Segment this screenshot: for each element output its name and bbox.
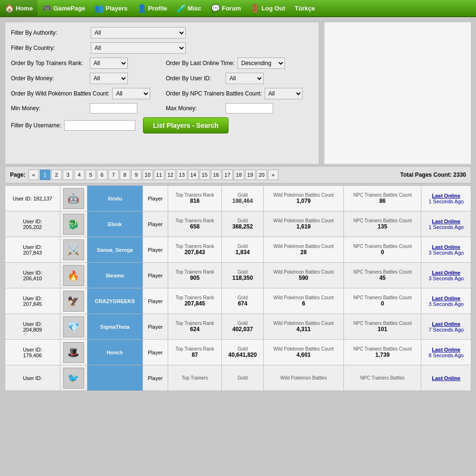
last-online-cell: Last Online3 Seconds Ago bbox=[421, 237, 471, 263]
last-online-select[interactable]: Descending bbox=[238, 57, 285, 69]
wild-battles-select[interactable]: All bbox=[112, 88, 150, 99]
gold-cell: Gold118,350 bbox=[222, 263, 264, 288]
avatar-cell: 🦅 bbox=[60, 288, 87, 314]
page-15[interactable]: 15 bbox=[200, 170, 210, 180]
page-4[interactable]: 4 bbox=[74, 170, 85, 180]
page-5[interactable]: 5 bbox=[86, 170, 96, 180]
total-pages: Total Pages Count: 2330 bbox=[400, 171, 466, 178]
page-14[interactable]: 14 bbox=[188, 170, 199, 180]
max-money-input[interactable] bbox=[226, 103, 273, 114]
players-icon: 👥 bbox=[95, 4, 104, 13]
nav-profile[interactable]: 👤Profile bbox=[133, 0, 172, 16]
last-online-link[interactable]: Last Online bbox=[432, 270, 460, 276]
page-6[interactable]: 6 bbox=[97, 170, 107, 180]
money-select[interactable]: All bbox=[90, 73, 128, 84]
username[interactable]: SigmaTheta bbox=[87, 314, 143, 340]
max-money-label: Max Money: bbox=[166, 105, 223, 112]
nav-logout[interactable]: 🚪Log Out bbox=[246, 0, 290, 16]
gold-cell: Gold674 bbox=[222, 288, 264, 314]
authority-select[interactable]: All bbox=[91, 27, 186, 38]
role: Player bbox=[143, 263, 168, 288]
profile-icon: 👤 bbox=[137, 4, 147, 13]
page-13[interactable]: 13 bbox=[177, 170, 187, 180]
nav-players[interactable]: 👥Players bbox=[90, 0, 132, 16]
last-online-link[interactable]: Last Online bbox=[432, 219, 460, 224]
last-online-link[interactable]: Last Online bbox=[432, 193, 460, 199]
wild-cell: Wild Pokémon Battles Count4,311 bbox=[264, 314, 344, 340]
page-prev[interactable]: « bbox=[29, 170, 39, 180]
page-17[interactable]: 17 bbox=[222, 170, 233, 180]
rank-cell: Top Trainers Rank816 bbox=[168, 186, 221, 211]
last-online-link[interactable]: Last Online bbox=[432, 375, 460, 381]
nav-language[interactable]: Türkçe bbox=[290, 0, 320, 16]
username[interactable]: Honch bbox=[87, 340, 143, 365]
search-button[interactable]: List Players - Search bbox=[143, 117, 228, 133]
username-input[interactable] bbox=[64, 120, 135, 131]
page-8[interactable]: 8 bbox=[120, 170, 130, 180]
page-3[interactable]: 3 bbox=[63, 170, 73, 180]
page-11[interactable]: 11 bbox=[154, 170, 164, 180]
page-7[interactable]: 7 bbox=[108, 170, 119, 180]
rank-cell: Top Trainers Rank207,845 bbox=[168, 288, 221, 314]
username[interactable]: Xindu bbox=[87, 186, 143, 211]
page-18[interactable]: 18 bbox=[234, 170, 244, 180]
page-16[interactable]: 16 bbox=[211, 170, 221, 180]
username[interactable]: CRAZYGREEKS bbox=[87, 288, 143, 314]
logout-icon: 🚪 bbox=[250, 4, 260, 13]
rank-header: Top Trainers Rank bbox=[171, 192, 219, 198]
nav-gamepage[interactable]: 🎮GamePage bbox=[38, 0, 90, 16]
npc-battles-select[interactable]: All bbox=[265, 88, 303, 99]
avatar-cell: 🐉 bbox=[60, 211, 87, 237]
page-next[interactable]: » bbox=[268, 170, 278, 180]
nav-misc[interactable]: 🧪Misc bbox=[172, 0, 206, 16]
last-online-link[interactable]: Last Online bbox=[432, 321, 460, 327]
right-panel bbox=[324, 22, 471, 164]
page-10[interactable]: 10 bbox=[143, 170, 153, 180]
user-id: User ID: bbox=[5, 365, 60, 391]
page-label: Page: bbox=[10, 171, 26, 178]
page-9[interactable]: 9 bbox=[131, 170, 142, 180]
misc-icon: 🧪 bbox=[177, 4, 186, 13]
gold-header: Gold bbox=[225, 192, 260, 198]
userid-select[interactable]: All bbox=[226, 73, 264, 84]
npc-cell: NPC Trainers Battles Count0 bbox=[343, 237, 421, 263]
last-online-label: Order By Last Online Time: bbox=[166, 60, 235, 67]
username[interactable]: Elvok bbox=[87, 211, 143, 237]
user-id: User ID:204,809 bbox=[5, 314, 60, 340]
page-12[interactable]: 12 bbox=[165, 170, 176, 180]
nav-home[interactable]: 🏠Home bbox=[0, 0, 38, 16]
page-1[interactable]: 1 bbox=[40, 170, 50, 180]
npc-cell: NPC Trainers Battles Count1,739 bbox=[343, 340, 421, 365]
username-label: Filter By Username: bbox=[11, 122, 61, 129]
user-id: User ID: 182,137 bbox=[5, 186, 60, 211]
country-select[interactable]: All bbox=[91, 42, 186, 54]
last-online-cell: Last Online3 Seconds Ago bbox=[421, 288, 471, 314]
npc-header: NPC Trainers Battles Count bbox=[347, 192, 418, 198]
username[interactable] bbox=[87, 365, 143, 391]
wild-cell: Wild Pokémon Battles Count590 bbox=[264, 263, 344, 288]
last-online-link[interactable]: Last Online bbox=[432, 295, 460, 301]
wild-cell: Wild Pokémon Battles Count6 bbox=[264, 288, 344, 314]
avatar: 🤖 bbox=[63, 188, 84, 209]
last-online-cell: Last Online8 Seconds Ago bbox=[421, 340, 471, 365]
min-money-input[interactable] bbox=[90, 103, 137, 114]
userid-label: Order By User ID: bbox=[166, 75, 223, 82]
user-id: User ID:207,843 bbox=[5, 237, 60, 263]
trainers-rank-select[interactable]: All bbox=[90, 57, 128, 69]
last-online-link[interactable]: Last Online bbox=[432, 244, 460, 250]
nav-forum[interactable]: 💬Forum bbox=[206, 0, 246, 16]
user-id: User ID:179,406 bbox=[5, 340, 60, 365]
username[interactable]: Siesmo bbox=[87, 263, 143, 288]
wild-cell: Wild Pokémon Battles Count4,601 bbox=[264, 340, 344, 365]
gold-cell: Gold40,641,820 bbox=[222, 340, 264, 365]
page-20[interactable]: 20 bbox=[257, 170, 267, 180]
page-2[interactable]: 2 bbox=[51, 170, 62, 180]
last-online-link[interactable]: Last Online bbox=[432, 347, 460, 352]
role: Player bbox=[143, 237, 168, 263]
username[interactable]: Sanua_Serega bbox=[87, 237, 143, 263]
page-19[interactable]: 19 bbox=[245, 170, 256, 180]
last-online-cell: Last Online3 Seconds Ago bbox=[421, 263, 471, 288]
avatar: 💎 bbox=[63, 316, 84, 337]
avatar-cell: 🐦 bbox=[60, 365, 87, 391]
wild-cell: Wild Pokémon Battles bbox=[264, 365, 344, 391]
